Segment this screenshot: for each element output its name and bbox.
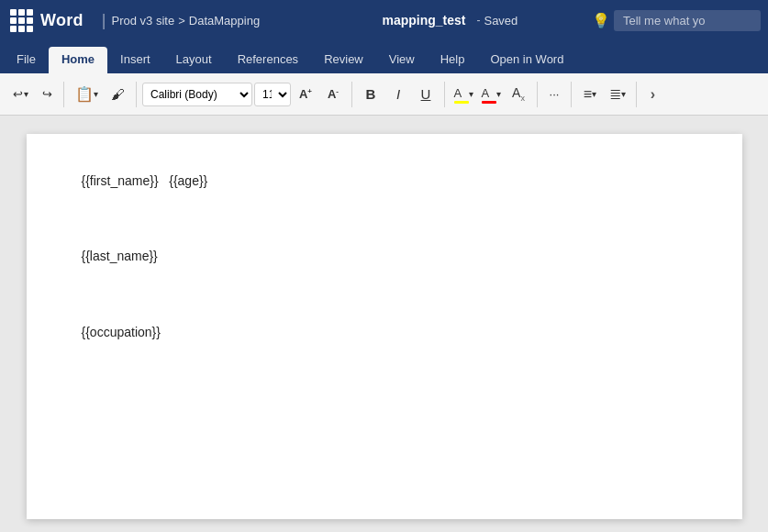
- tab-insert[interactable]: Insert: [107, 47, 163, 73]
- more-options-icon: ···: [550, 87, 560, 101]
- decrease-font-button[interactable]: A-: [320, 82, 346, 107]
- clipboard-chevron: ▾: [94, 89, 98, 99]
- tab-help[interactable]: Help: [428, 47, 478, 73]
- clipboard-group: 📋 ▾ 🖌: [70, 82, 137, 107]
- lightbulb-icon[interactable]: 💡: [588, 8, 614, 33]
- undo-button[interactable]: ↩ ▾: [7, 82, 34, 107]
- doc-line-3: {{occupation}}: [82, 322, 687, 342]
- color-group: A ▾ A ▾ Ax: [451, 82, 538, 107]
- format-painter-icon: 🖌: [111, 86, 125, 102]
- more-options-button[interactable]: ···: [543, 82, 565, 107]
- document-area: {{first_name}} {{age}} {{last_name}} {{o…: [0, 116, 768, 532]
- tab-file[interactable]: File: [4, 47, 49, 73]
- clear-formatting-button[interactable]: Ax: [506, 82, 531, 107]
- breadcrumb: Prod v3 site > DataMapping: [112, 14, 261, 28]
- breadcrumb-part2[interactable]: DataMapping: [189, 14, 260, 28]
- waffle-icon[interactable]: [7, 6, 35, 34]
- increase-font-button[interactable]: A+: [293, 82, 318, 107]
- doc-line-2: {{last_name}}: [82, 246, 687, 266]
- font-size-select[interactable]: 11: [254, 83, 291, 106]
- document-page[interactable]: {{first_name}} {{age}} {{last_name}} {{o…: [27, 134, 742, 519]
- search-input[interactable]: [614, 10, 761, 31]
- undo-icon: ↩: [13, 87, 23, 101]
- underline-button[interactable]: U: [413, 82, 439, 107]
- ribbon-tabs: File Home Insert Layout References Revie…: [0, 40, 768, 73]
- ribbon-toolbar: ↩ ▾ ↪ 📋 ▾ 🖌 Calibri (Body) 11 A+ A-: [0, 73, 768, 116]
- template-var-first-name: {{first_name}}: [82, 173, 159, 188]
- title-sep: -: [476, 14, 480, 27]
- template-var-age: {{age}}: [169, 173, 207, 188]
- breadcrumb-part1[interactable]: Prod v3 site: [112, 14, 175, 28]
- format-painter-button[interactable]: 🖌: [106, 82, 130, 107]
- template-var-last-name: {{last_name}}: [82, 249, 158, 263]
- clipboard-icon: 📋: [75, 85, 94, 103]
- overflow-icon: ›: [651, 86, 656, 103]
- number-list-button[interactable]: ≣ ▾: [605, 82, 630, 107]
- bullet-list-button[interactable]: ≡ ▾: [577, 82, 603, 107]
- redo-icon: ↪: [42, 87, 52, 101]
- list-group: ≡ ▾ ≣ ▾: [577, 82, 637, 107]
- template-var-occupation: {{occupation}}: [82, 325, 161, 339]
- document-content: {{first_name}} {{age}} {{last_name}} {{o…: [82, 171, 687, 342]
- font-color-chevron: ▾: [496, 89, 501, 99]
- tab-view[interactable]: View: [376, 47, 428, 73]
- number-list-chevron: ▾: [621, 89, 626, 99]
- italic-button[interactable]: I: [385, 82, 411, 107]
- font-color-icon: A: [482, 86, 490, 100]
- undo-chevron: ▾: [24, 89, 28, 99]
- number-list-icon: ≣: [609, 85, 621, 103]
- toolbar-overflow-button[interactable]: ›: [642, 82, 664, 107]
- decrease-font-icon: A-: [328, 87, 339, 101]
- font-color-button[interactable]: A ▾: [478, 82, 504, 107]
- bullet-list-icon: ≡: [584, 86, 592, 103]
- tab-open-in-word[interactable]: Open in Word: [477, 47, 576, 73]
- bold-button[interactable]: B: [358, 82, 384, 107]
- breadcrumb-separator: >: [178, 14, 185, 28]
- tab-references[interactable]: References: [225, 47, 311, 73]
- highlight-icon: A: [454, 86, 462, 100]
- filename: mapping_test: [382, 13, 465, 28]
- tab-layout[interactable]: Layout: [163, 47, 225, 73]
- saved-status: Saved: [484, 14, 518, 28]
- redo-button[interactable]: ↪: [36, 82, 58, 107]
- clipboard-button[interactable]: 📋 ▾: [70, 82, 104, 107]
- italic-icon: I: [396, 86, 400, 102]
- font-name-select[interactable]: Calibri (Body): [142, 83, 252, 106]
- highlight-color-button[interactable]: A ▾: [451, 82, 476, 107]
- bullet-list-chevron: ▾: [592, 89, 596, 99]
- tab-review[interactable]: Review: [311, 47, 376, 73]
- app-name: Word: [40, 11, 83, 30]
- font-group: Calibri (Body) 11 A+ A-: [142, 82, 352, 107]
- highlight-color-bar: [454, 101, 469, 104]
- clear-formatting-icon: Ax: [512, 85, 525, 103]
- title-divider: |: [102, 11, 106, 30]
- underline-icon: U: [421, 86, 431, 102]
- more-options-group: ···: [543, 82, 572, 107]
- undo-redo-group: ↩ ▾ ↪: [7, 82, 64, 107]
- font-color-bar: [482, 101, 496, 104]
- highlight-chevron: ▾: [469, 89, 473, 99]
- doc-line-1: {{first_name}} {{age}}: [82, 171, 687, 191]
- bold-icon: B: [366, 86, 376, 102]
- increase-font-icon: A+: [299, 87, 312, 101]
- tab-home[interactable]: Home: [49, 47, 107, 73]
- format-group: B I U: [358, 82, 445, 107]
- title-bar: Word | Prod v3 site > DataMapping mappin…: [0, 0, 768, 40]
